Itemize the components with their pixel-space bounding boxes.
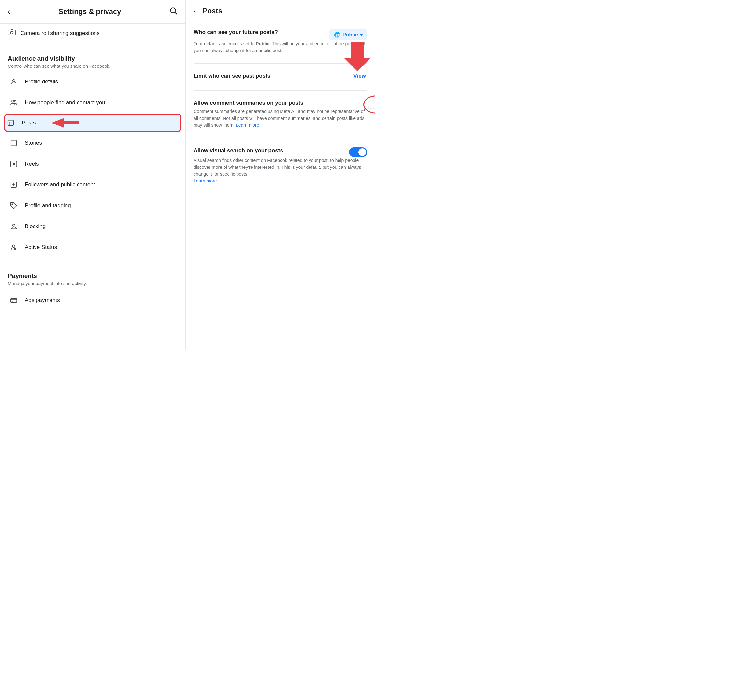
right-panel-title: Posts <box>203 7 222 15</box>
globe-icon: 🌐 <box>334 32 340 38</box>
svg-point-5 <box>12 100 14 102</box>
sidebar-item-label: Reels <box>25 161 39 167</box>
sidebar-item-label: Profile and tagging <box>25 202 71 209</box>
toggle-slider-on <box>349 147 367 157</box>
comment-summaries-row: Allow comment summaries on your posts <box>194 100 367 108</box>
svg-rect-23 <box>11 298 17 303</box>
sidebar-item-ads-payments[interactable]: Ads payments <box>0 290 185 311</box>
sidebar-item-profile-tagging[interactable]: Profile and tagging <box>0 195 185 216</box>
svg-marker-26 <box>344 42 370 71</box>
audience-section-header: Audience and visibility Control who can … <box>0 49 185 71</box>
svg-point-4 <box>12 80 15 82</box>
camera-roll-item[interactable]: Camera roll sharing suggestions <box>0 24 185 43</box>
visual-search-block: Allow visual search on your posts Visual… <box>194 147 367 194</box>
svg-point-18 <box>12 224 15 226</box>
svg-rect-7 <box>8 120 14 126</box>
stories-icon <box>8 137 20 149</box>
sidebar-item-label: Profile details <box>25 78 58 85</box>
visual-search-row: Allow visual search on your posts <box>194 147 367 157</box>
visual-search-label: Allow visual search on your posts <box>194 147 283 154</box>
payments-section: Payments Manage your payment info and ac… <box>0 266 185 290</box>
active-status-icon <box>8 242 20 253</box>
chevron-down-icon: ▾ <box>360 32 363 38</box>
blocking-icon <box>8 221 20 232</box>
credit-card-icon <box>8 295 20 306</box>
ads-payments-label: Ads payments <box>25 297 60 304</box>
sidebar-item-reels[interactable]: Reels <box>0 154 185 174</box>
payments-description: Manage your payment info and activity. <box>8 281 178 286</box>
right-back-button[interactable]: ‹ <box>194 6 196 15</box>
left-back-button[interactable]: ‹ <box>8 7 11 16</box>
svg-line-1 <box>175 12 177 14</box>
person-icon <box>8 76 20 88</box>
left-panel: ‹ Settings & privacy Camera roll sharing… <box>0 0 186 350</box>
comment-summaries-learn-more[interactable]: Learn more <box>236 123 259 128</box>
camera-icon <box>8 28 15 38</box>
right-header: ‹ Posts <box>186 0 375 23</box>
comment-summaries-label: Allow comment summaries on your posts <box>194 100 362 106</box>
right-panel: ‹ Posts Who can see your future posts? 🌐… <box>186 0 375 350</box>
svg-line-20 <box>15 227 17 229</box>
sidebar-item-followers[interactable]: Followers and public content <box>0 174 185 195</box>
posts-arrow-annotation <box>51 115 80 130</box>
tag-icon <box>8 200 20 211</box>
down-arrow-annotation <box>344 42 370 73</box>
left-panel-title: Settings & privacy <box>58 8 121 16</box>
future-posts-label: Who can see your future posts? <box>194 29 324 35</box>
posts-icon <box>5 117 17 129</box>
left-header: ‹ Settings & privacy <box>0 0 185 24</box>
public-btn-area: 🌐 Public ▾ <box>329 29 367 40</box>
future-posts-label-group: Who can see your future posts? <box>194 29 324 37</box>
sidebar-item-find-contact[interactable]: How people find and contact you <box>0 92 185 113</box>
public-btn-label: Public <box>343 32 358 38</box>
svg-point-6 <box>14 100 16 102</box>
future-posts-row: Who can see your future posts? 🌐 Public … <box>194 29 367 40</box>
past-posts-label: Limit who can see past posts <box>194 73 270 79</box>
svg-point-22 <box>14 248 16 250</box>
past-posts-block: Limit who can see past posts View <box>194 73 367 91</box>
svg-marker-13 <box>13 163 15 165</box>
followers-icon <box>8 179 20 191</box>
sidebar-item-label: Posts <box>22 120 36 126</box>
future-posts-block: Who can see your future posts? 🌐 Public … <box>194 29 367 63</box>
comment-summaries-block: Allow comment summaries on your posts Co… <box>194 100 367 138</box>
sidebar-item-label: How people find and contact you <box>25 99 105 106</box>
divider-2 <box>0 262 185 262</box>
reels-icon <box>8 158 20 170</box>
divider-1 <box>0 46 185 46</box>
svg-marker-10 <box>51 118 80 128</box>
comment-summaries-text-area: Allow comment summaries on your posts <box>194 100 362 108</box>
sidebar-item-stories[interactable]: Stories <box>0 132 185 154</box>
sidebar-item-label: Stories <box>25 140 42 146</box>
comment-summaries-description: Comment summaries are generated using Me… <box>194 108 367 129</box>
sidebar-item-posts[interactable]: Posts <box>4 114 181 132</box>
future-posts-description: Your default audience is set to Public. … <box>194 40 367 54</box>
svg-point-3 <box>11 31 13 34</box>
payments-title: Payments <box>8 272 178 280</box>
search-icon[interactable] <box>169 6 178 17</box>
audience-title: Audience and visibility <box>8 55 178 62</box>
sidebar-item-blocking[interactable]: Blocking <box>0 216 185 237</box>
visual-search-toggle[interactable] <box>349 147 367 157</box>
past-posts-row: Limit who can see past posts View <box>194 73 367 81</box>
sidebar-item-label: Active Status <box>25 244 57 251</box>
view-past-posts-button[interactable]: View <box>352 73 367 79</box>
visual-search-description: Visual search finds other content on Fac… <box>194 157 367 185</box>
sidebar-item-profile-details[interactable]: Profile details <box>0 71 185 92</box>
people-icon <box>8 97 20 109</box>
visual-search-learn-more[interactable]: Learn more <box>194 178 217 183</box>
public-audience-button[interactable]: 🌐 Public ▾ <box>329 29 367 40</box>
svg-point-21 <box>12 245 15 247</box>
sidebar-item-active-status[interactable]: Active Status <box>0 237 185 258</box>
audience-description: Control who can see what you share on Fa… <box>8 63 178 69</box>
svg-point-17 <box>12 204 13 205</box>
camera-roll-label: Camera roll sharing suggestions <box>20 30 100 37</box>
sidebar-item-label: Followers and public content <box>25 182 95 188</box>
sidebar-item-label: Blocking <box>25 223 46 230</box>
right-content: Who can see your future posts? 🌐 Public … <box>186 23 375 209</box>
